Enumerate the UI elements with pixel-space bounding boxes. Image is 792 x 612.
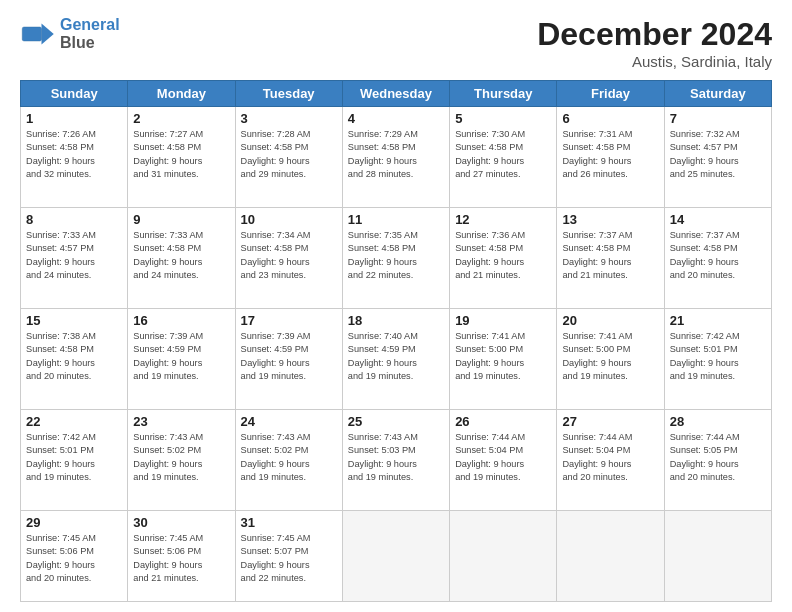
day-info: Sunrise: 7:40 AMSunset: 4:59 PMDaylight:…: [348, 330, 444, 383]
logo: General Blue: [20, 16, 120, 51]
calendar-cell: 3Sunrise: 7:28 AMSunset: 4:58 PMDaylight…: [235, 107, 342, 208]
day-info: Sunrise: 7:44 AMSunset: 5:04 PMDaylight:…: [455, 431, 551, 484]
calendar-week-row: 8Sunrise: 7:33 AMSunset: 4:57 PMDaylight…: [21, 207, 772, 308]
page: General Blue December 2024 Austis, Sardi…: [0, 0, 792, 612]
day-info: Sunrise: 7:45 AMSunset: 5:06 PMDaylight:…: [133, 532, 229, 585]
calendar-cell: 19Sunrise: 7:41 AMSunset: 5:00 PMDayligh…: [450, 308, 557, 409]
day-number: 9: [133, 212, 229, 227]
day-number: 28: [670, 414, 766, 429]
title-block: December 2024 Austis, Sardinia, Italy: [537, 16, 772, 70]
day-number: 26: [455, 414, 551, 429]
day-info: Sunrise: 7:27 AMSunset: 4:58 PMDaylight:…: [133, 128, 229, 181]
svg-rect-0: [22, 27, 41, 41]
day-number: 2: [133, 111, 229, 126]
calendar-cell: [450, 510, 557, 601]
calendar: SundayMondayTuesdayWednesdayThursdayFrid…: [20, 80, 772, 602]
calendar-cell: 28Sunrise: 7:44 AMSunset: 5:05 PMDayligh…: [664, 409, 771, 510]
day-number: 19: [455, 313, 551, 328]
day-number: 6: [562, 111, 658, 126]
day-number: 21: [670, 313, 766, 328]
weekday-header: Tuesday: [235, 81, 342, 107]
day-info: Sunrise: 7:44 AMSunset: 5:04 PMDaylight:…: [562, 431, 658, 484]
calendar-cell: 24Sunrise: 7:43 AMSunset: 5:02 PMDayligh…: [235, 409, 342, 510]
calendar-cell: 11Sunrise: 7:35 AMSunset: 4:58 PMDayligh…: [342, 207, 449, 308]
calendar-cell: 12Sunrise: 7:36 AMSunset: 4:58 PMDayligh…: [450, 207, 557, 308]
calendar-cell: 26Sunrise: 7:44 AMSunset: 5:04 PMDayligh…: [450, 409, 557, 510]
day-number: 18: [348, 313, 444, 328]
weekday-header: Wednesday: [342, 81, 449, 107]
day-number: 17: [241, 313, 337, 328]
day-number: 23: [133, 414, 229, 429]
day-info: Sunrise: 7:38 AMSunset: 4:58 PMDaylight:…: [26, 330, 122, 383]
calendar-week-row: 1Sunrise: 7:26 AMSunset: 4:58 PMDaylight…: [21, 107, 772, 208]
day-info: Sunrise: 7:44 AMSunset: 5:05 PMDaylight:…: [670, 431, 766, 484]
calendar-cell: 18Sunrise: 7:40 AMSunset: 4:59 PMDayligh…: [342, 308, 449, 409]
day-number: 7: [670, 111, 766, 126]
day-info: Sunrise: 7:31 AMSunset: 4:58 PMDaylight:…: [562, 128, 658, 181]
calendar-cell: 22Sunrise: 7:42 AMSunset: 5:01 PMDayligh…: [21, 409, 128, 510]
calendar-cell: 23Sunrise: 7:43 AMSunset: 5:02 PMDayligh…: [128, 409, 235, 510]
logo-text: General Blue: [60, 16, 120, 51]
day-number: 13: [562, 212, 658, 227]
day-number: 3: [241, 111, 337, 126]
day-number: 15: [26, 313, 122, 328]
calendar-cell: 29Sunrise: 7:45 AMSunset: 5:06 PMDayligh…: [21, 510, 128, 601]
day-number: 25: [348, 414, 444, 429]
calendar-cell: [557, 510, 664, 601]
calendar-week-row: 15Sunrise: 7:38 AMSunset: 4:58 PMDayligh…: [21, 308, 772, 409]
calendar-cell: 15Sunrise: 7:38 AMSunset: 4:58 PMDayligh…: [21, 308, 128, 409]
svg-marker-1: [42, 23, 54, 44]
day-info: Sunrise: 7:30 AMSunset: 4:58 PMDaylight:…: [455, 128, 551, 181]
weekday-header: Monday: [128, 81, 235, 107]
weekday-header: Sunday: [21, 81, 128, 107]
day-info: Sunrise: 7:42 AMSunset: 5:01 PMDaylight:…: [670, 330, 766, 383]
calendar-cell: 7Sunrise: 7:32 AMSunset: 4:57 PMDaylight…: [664, 107, 771, 208]
calendar-cell: 21Sunrise: 7:42 AMSunset: 5:01 PMDayligh…: [664, 308, 771, 409]
logo-icon: [20, 20, 56, 48]
calendar-cell: 8Sunrise: 7:33 AMSunset: 4:57 PMDaylight…: [21, 207, 128, 308]
calendar-cell: [664, 510, 771, 601]
calendar-cell: 13Sunrise: 7:37 AMSunset: 4:58 PMDayligh…: [557, 207, 664, 308]
day-number: 24: [241, 414, 337, 429]
day-number: 1: [26, 111, 122, 126]
day-number: 30: [133, 515, 229, 530]
day-info: Sunrise: 7:33 AMSunset: 4:57 PMDaylight:…: [26, 229, 122, 282]
day-number: 16: [133, 313, 229, 328]
day-info: Sunrise: 7:43 AMSunset: 5:02 PMDaylight:…: [241, 431, 337, 484]
calendar-cell: 10Sunrise: 7:34 AMSunset: 4:58 PMDayligh…: [235, 207, 342, 308]
calendar-cell: 31Sunrise: 7:45 AMSunset: 5:07 PMDayligh…: [235, 510, 342, 601]
weekday-header: Thursday: [450, 81, 557, 107]
calendar-cell: 17Sunrise: 7:39 AMSunset: 4:59 PMDayligh…: [235, 308, 342, 409]
calendar-cell: [342, 510, 449, 601]
calendar-cell: 16Sunrise: 7:39 AMSunset: 4:59 PMDayligh…: [128, 308, 235, 409]
calendar-cell: 30Sunrise: 7:45 AMSunset: 5:06 PMDayligh…: [128, 510, 235, 601]
day-number: 11: [348, 212, 444, 227]
day-info: Sunrise: 7:32 AMSunset: 4:57 PMDaylight:…: [670, 128, 766, 181]
calendar-cell: 20Sunrise: 7:41 AMSunset: 5:00 PMDayligh…: [557, 308, 664, 409]
day-number: 4: [348, 111, 444, 126]
day-info: Sunrise: 7:39 AMSunset: 4:59 PMDaylight:…: [133, 330, 229, 383]
calendar-cell: 14Sunrise: 7:37 AMSunset: 4:58 PMDayligh…: [664, 207, 771, 308]
day-info: Sunrise: 7:29 AMSunset: 4:58 PMDaylight:…: [348, 128, 444, 181]
calendar-cell: 9Sunrise: 7:33 AMSunset: 4:58 PMDaylight…: [128, 207, 235, 308]
day-info: Sunrise: 7:43 AMSunset: 5:03 PMDaylight:…: [348, 431, 444, 484]
day-info: Sunrise: 7:39 AMSunset: 4:59 PMDaylight:…: [241, 330, 337, 383]
header: General Blue December 2024 Austis, Sardi…: [20, 16, 772, 70]
calendar-cell: 2Sunrise: 7:27 AMSunset: 4:58 PMDaylight…: [128, 107, 235, 208]
day-number: 22: [26, 414, 122, 429]
calendar-week-row: 22Sunrise: 7:42 AMSunset: 5:01 PMDayligh…: [21, 409, 772, 510]
month-title: December 2024: [537, 16, 772, 53]
calendar-cell: 27Sunrise: 7:44 AMSunset: 5:04 PMDayligh…: [557, 409, 664, 510]
day-info: Sunrise: 7:28 AMSunset: 4:58 PMDaylight:…: [241, 128, 337, 181]
day-number: 20: [562, 313, 658, 328]
day-info: Sunrise: 7:35 AMSunset: 4:58 PMDaylight:…: [348, 229, 444, 282]
day-info: Sunrise: 7:42 AMSunset: 5:01 PMDaylight:…: [26, 431, 122, 484]
day-info: Sunrise: 7:37 AMSunset: 4:58 PMDaylight:…: [670, 229, 766, 282]
day-number: 27: [562, 414, 658, 429]
day-info: Sunrise: 7:41 AMSunset: 5:00 PMDaylight:…: [455, 330, 551, 383]
day-info: Sunrise: 7:36 AMSunset: 4:58 PMDaylight:…: [455, 229, 551, 282]
day-info: Sunrise: 7:34 AMSunset: 4:58 PMDaylight:…: [241, 229, 337, 282]
weekday-header: Saturday: [664, 81, 771, 107]
weekday-header: Friday: [557, 81, 664, 107]
day-info: Sunrise: 7:37 AMSunset: 4:58 PMDaylight:…: [562, 229, 658, 282]
